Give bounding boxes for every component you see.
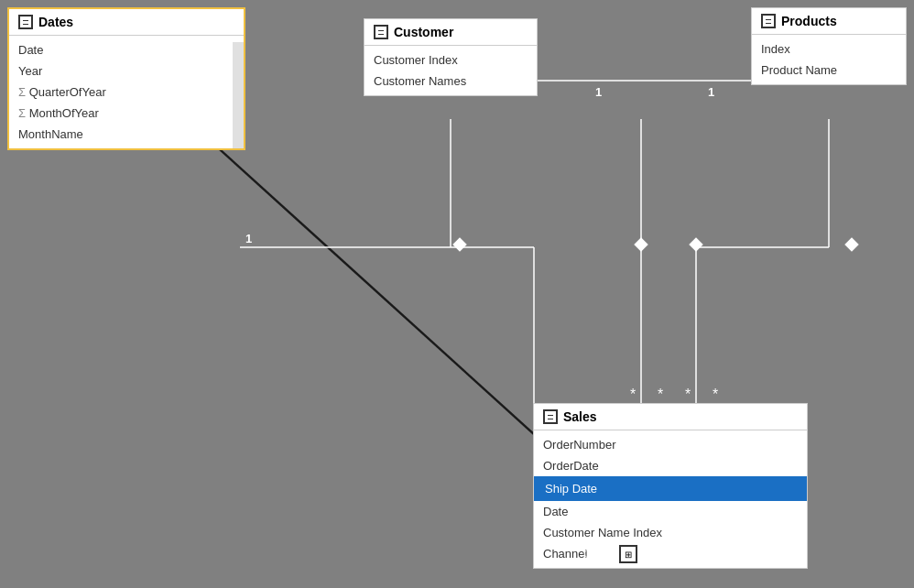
sales-table-header: Sales [534, 404, 807, 430]
sales-table-body: OrderNumber OrderDate Ship Date Date Cus… [534, 430, 807, 568]
connector-diamond-2 [635, 238, 647, 251]
label-1-dates: 1 [245, 232, 252, 245]
products-table: Products Index Product Name [751, 7, 907, 85]
dates-table-header: Dates [9, 9, 244, 36]
asterisk-3: * [685, 387, 691, 402]
asterisk-2: * [658, 387, 663, 402]
products-table-title: Products [781, 14, 837, 28]
sales-row-channel[interactable]: Channel [534, 543, 807, 564]
label-1-customer-left: 1 [595, 85, 602, 99]
customer-table-body: Customer Index Customer Names [365, 46, 537, 95]
cursor-indicator: ⊞ [619, 545, 637, 563]
dates-row-monthname[interactable]: MonthName [9, 124, 244, 145]
products-table-icon [761, 14, 776, 28]
sales-table: Sales OrderNumber OrderDate Ship Date Da… [533, 403, 808, 569]
sales-row-customernameindex[interactable]: Customer Name Index [534, 522, 807, 543]
sales-row-shipdate[interactable]: Ship Date [534, 476, 807, 501]
dates-table-body: Date Year QuarterOfYear MonthOfYear Mont… [9, 36, 244, 148]
asterisk-4: * [713, 387, 718, 402]
customer-row-names[interactable]: Customer Names [365, 71, 537, 92]
customer-table-header: Customer [365, 19, 537, 46]
dates-row-monthofyear[interactable]: MonthOfYear [9, 103, 244, 124]
customer-table-title: Customer [394, 25, 453, 39]
dates-table-title: Dates [38, 15, 73, 29]
products-table-header: Products [752, 8, 906, 35]
sales-row-ordernumber[interactable]: OrderNumber [534, 434, 807, 455]
sales-row-orderdate[interactable]: OrderDate [534, 455, 807, 476]
dates-row-quarterofyear[interactable]: QuarterOfYear [9, 82, 244, 103]
sales-table-title: Sales [563, 409, 597, 424]
dates-row-year[interactable]: Year [9, 60, 244, 82]
products-table-body: Index Product Name [752, 35, 906, 84]
dates-row-date[interactable]: Date [9, 39, 244, 60]
connector-diamond-4 [845, 238, 858, 251]
customer-table: Customer Customer Index Customer Names [364, 18, 538, 96]
sales-row-date[interactable]: Date [534, 501, 807, 522]
label-1-customer-right: 1 [708, 85, 714, 99]
customer-table-icon [374, 25, 388, 39]
asterisk-1: * [630, 387, 636, 402]
products-row-productname[interactable]: Product Name [752, 60, 906, 81]
connector-diamond-1 [453, 238, 466, 251]
connector-diamond-3 [690, 238, 702, 251]
dates-table-icon [18, 15, 33, 29]
partial-text-cus: Cus [583, 547, 604, 561]
products-row-index[interactable]: Index [752, 38, 906, 60]
dates-scrollbar[interactable] [233, 42, 244, 148]
dates-table: Dates Date Year QuarterOfYear MonthOfYea… [7, 7, 245, 150]
customer-row-index[interactable]: Customer Index [365, 49, 537, 71]
sales-table-icon [543, 409, 558, 424]
